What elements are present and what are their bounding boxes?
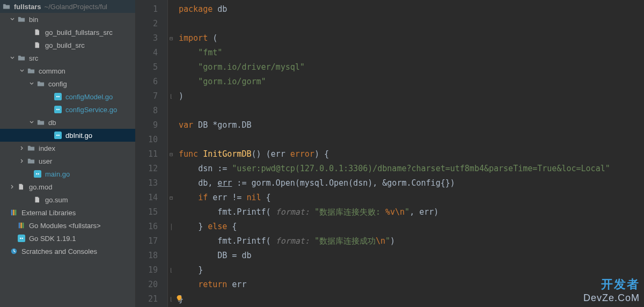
code-editor[interactable]: 123456789101112131415161718192021 ⊟⌊⊟⊟│⌊… [136, 0, 644, 307]
tree-item-scratches-and-consoles[interactable]: Scratches and Consoles [0, 245, 135, 258]
code-line[interactable] [179, 104, 644, 118]
svg-rect-3 [54, 106, 62, 113]
code-line[interactable]: var DB *gorm.DB [179, 118, 644, 133]
line-number: 7 [136, 89, 158, 104]
root-name: fullstars [14, 3, 41, 11]
chevron-down-icon[interactable] [10, 55, 15, 61]
folder-icon [36, 118, 45, 127]
tree-item-bin[interactable]: bin [0, 13, 135, 26]
svg-rect-13 [13, 210, 14, 216]
code-line[interactable]: fmt.Printf( format: "数据库连接失败: %v\n", err… [179, 205, 644, 220]
svg-point-7 [56, 135, 58, 136]
chevron-none-icon [26, 42, 31, 48]
code-line[interactable]: ) [179, 89, 644, 104]
lib-icon [17, 221, 26, 230]
code-line[interactable]: } [179, 292, 644, 306]
tree-item-go-mod[interactable]: go.mod [0, 180, 135, 193]
tree-item-index[interactable]: index [0, 142, 135, 155]
tree-item-label: Go Modules <fullstars> [29, 222, 101, 230]
line-number: 6 [136, 75, 158, 89]
folder-icon [36, 79, 45, 88]
svg-rect-9 [34, 170, 41, 178]
code-line[interactable] [179, 17, 644, 31]
line-number: 17 [136, 234, 158, 248]
chevron-none-icon [26, 171, 31, 177]
tree-item-config[interactable]: config [0, 77, 135, 90]
line-number: 14 [136, 191, 158, 205]
tree-item-user[interactable]: user [0, 155, 135, 167]
tree-item-configmodel-go[interactable]: configModel.go [0, 90, 135, 103]
go-icon [33, 170, 42, 178]
line-number: 3 [136, 31, 158, 46]
tree-item-go-sdk-1-19-1[interactable]: Go SDK 1.19.1 [0, 232, 135, 245]
file-icon [33, 195, 42, 204]
code-line[interactable]: package db [179, 2, 644, 17]
line-number: 8 [136, 104, 158, 118]
code-line[interactable]: DB = db [179, 248, 644, 263]
code-line[interactable]: } else { [179, 220, 644, 234]
line-number: 20 [136, 277, 158, 292]
file-icon [33, 28, 42, 36]
code-line[interactable]: "fmt" [179, 46, 644, 60]
tree-item-db[interactable]: db [0, 116, 135, 129]
tree-item-label: db [48, 119, 56, 127]
project-tree[interactable]: fullstars ~/GolandProjects/ful bingo_bui… [0, 0, 136, 307]
code-line[interactable]: "gorm.io/driver/mysql" [179, 60, 644, 75]
chevron-right-icon[interactable] [19, 145, 25, 151]
code-line[interactable]: db, err := gorm.Open(mysql.Open(dsn), &g… [179, 176, 644, 191]
svg-rect-15 [19, 223, 20, 229]
tree-item-configservice-go[interactable]: configService.go [0, 103, 135, 116]
tree-item-label: index [39, 144, 55, 152]
chevron-none-icon [10, 236, 15, 241]
chevron-none-icon [46, 94, 52, 99]
tree-item-go-modules-fullstars-[interactable]: Go Modules <fullstars> [0, 219, 135, 232]
file-icon [33, 41, 42, 49]
tree-item-common[interactable]: common [0, 64, 135, 77]
chevron-right-icon[interactable] [19, 158, 25, 164]
tree-item-external-libraries[interactable]: External Libraries [0, 206, 135, 219]
tree-item-label: go_build_src [45, 41, 85, 49]
code-line[interactable]: } [179, 263, 644, 277]
tree-item-dbinit-go[interactable]: dbInit.go [0, 129, 135, 142]
svg-point-5 [58, 109, 60, 111]
tree-item-go-sum[interactable]: go.sum [0, 193, 135, 206]
tree-item-src[interactable]: src [0, 52, 135, 64]
intention-bulb-icon[interactable] [175, 295, 183, 304]
svg-rect-18 [18, 235, 25, 242]
tree-item-main-go[interactable]: main.go [0, 167, 135, 180]
tree-root[interactable]: fullstars ~/GolandProjects/ful [0, 0, 135, 13]
code-line[interactable]: import ( [179, 31, 644, 46]
line-number: 1 [136, 2, 158, 17]
svg-point-1 [56, 96, 58, 98]
folder-icon [27, 67, 35, 75]
chevron-right-icon[interactable] [10, 184, 15, 189]
chevron-down-icon[interactable] [10, 17, 15, 22]
chevron-down-icon[interactable] [19, 68, 25, 74]
svg-point-20 [21, 238, 23, 239]
go-icon [54, 131, 62, 140]
chevron-none-icon [26, 30, 31, 35]
tree-item-go-build-fullstars-src[interactable]: go_build_fullstars_src [0, 26, 135, 39]
tree-item-label: dbInit.go [65, 131, 92, 140]
line-number: 10 [136, 133, 158, 147]
chevron-down-icon[interactable] [29, 120, 34, 125]
code-line[interactable]: "gorm.io/gorm" [179, 75, 644, 89]
code-line[interactable]: fmt.Printf( format: "数据库连接成功\n") [179, 234, 644, 248]
chevron-down-icon[interactable] [29, 81, 34, 86]
tree-item-go-build-src[interactable]: go_build_src [0, 39, 135, 52]
code-area[interactable]: package dbimport ( "fmt" "gorm.io/driver… [168, 0, 644, 307]
root-path: ~/GolandProjects/ful [45, 3, 107, 11]
code-line[interactable]: dsn := "user:pwd@tcp(127.0.0.1:3306)/dbn… [179, 162, 644, 176]
svg-rect-16 [20, 223, 22, 229]
tree-item-label: configModel.go [65, 93, 113, 101]
svg-point-4 [56, 109, 58, 111]
go-icon [54, 92, 62, 101]
svg-rect-12 [11, 210, 13, 216]
code-line[interactable]: func InitGormDB() (err error) { [179, 147, 644, 162]
code-line[interactable]: return err [179, 277, 644, 292]
code-line[interactable] [179, 133, 644, 147]
svg-rect-6 [54, 131, 62, 139]
line-number: 19 [136, 263, 158, 277]
code-line[interactable]: if err != nil { [179, 191, 644, 205]
svg-point-19 [20, 238, 21, 239]
